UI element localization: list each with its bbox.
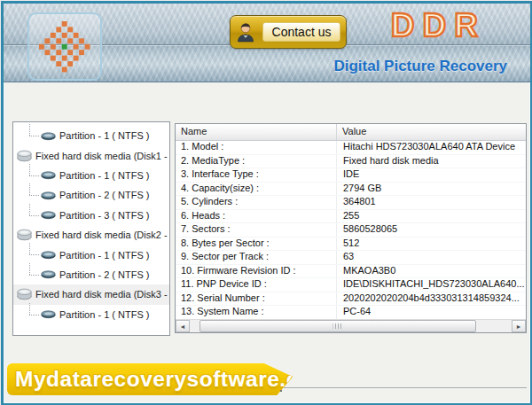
tree-item-label: Partition - 3 ( NTFS )	[59, 210, 149, 221]
tree-item-label: Fixed hard disk media (Disk3 - 2794 GB)	[35, 289, 170, 300]
tree-item-label: Fixed hard disk media (Disk1 - 1863 GB)	[35, 151, 170, 161]
property-value-cell: Hitachi HDS723030ALA640 ATA Device	[337, 141, 526, 154]
status-bar-divider	[284, 387, 527, 388]
header-banner: Contact us DDR Digital Picture Recovery	[4, 4, 530, 82]
tree-item-partition[interactable]: Partition - 3 ( NTFS )	[13, 206, 169, 225]
resize-grip-dot	[280, 390, 282, 392]
table-row[interactable]: 5. Cylinders :364801	[176, 196, 526, 210]
hard-disk-icon	[17, 288, 32, 300]
tree-connector	[29, 185, 41, 205]
tree-connector	[29, 206, 41, 225]
tree-connector	[29, 305, 41, 324]
property-value-cell: MKAOA3B0	[337, 265, 526, 278]
property-name-cell: 6. Heads :	[176, 210, 337, 223]
property-name-cell: 3. Interface Type :	[176, 168, 337, 182]
property-value-cell: IDE\DISKHITACHI_HDS723030ALA640...	[337, 278, 526, 292]
tree-item-disk[interactable]: Fixed hard disk media (Disk3 - 2794 GB)	[13, 284, 169, 304]
property-value-cell: Fixed hard disk media	[337, 155, 526, 168]
property-name-cell: 11. PNP Device ID :	[176, 278, 337, 292]
property-value-cell: 63	[337, 251, 526, 264]
tree-item-label: Partition - 1 ( NTFS )	[59, 130, 149, 141]
property-value-cell: 512	[337, 238, 526, 251]
table-row[interactable]: 7. Sectors :5860528065	[176, 223, 526, 238]
table-row[interactable]: 12. Serial Number :2020202020204b4d33303…	[176, 292, 526, 307]
property-value-cell: 5860528065	[337, 223, 526, 237]
table-row[interactable]: 8. Bytes per Sector :512	[176, 238, 526, 252]
scroll-right-arrow-icon[interactable]: ►	[512, 320, 526, 332]
tree-connector	[29, 245, 41, 264]
checkered-diamond-logo-icon	[39, 21, 90, 73]
tree-item-label: Partition - 2 ( NTFS )	[59, 269, 149, 280]
tree-item-partition[interactable]: Partition - 1 ( NTFS )	[13, 245, 169, 264]
contact-us-button[interactable]: Contact us	[230, 15, 347, 49]
tree-item-disk[interactable]: Fixed hard disk media (Disk2 - 465 GB)	[13, 225, 169, 245]
table-row[interactable]: 11. PNP Device ID :IDE\DISKHITACHI_HDS72…	[176, 278, 526, 292]
properties-table: Name Value 1. Model :Hitachi HDS723030AL…	[175, 123, 527, 333]
partition-disk-icon	[41, 309, 56, 319]
property-value-cell: PC-64	[337, 306, 526, 319]
horizontal-scrollbar[interactable]: ◄ ►	[176, 319, 526, 332]
tree-item-partition[interactable]: Partition - 1 ( NTFS )	[13, 305, 169, 324]
hard-disk-icon	[17, 229, 32, 241]
tree-connector	[29, 126, 41, 145]
property-name-cell: 4. Capacity(size) :	[176, 183, 337, 196]
contact-us-label: Contact us	[262, 22, 340, 42]
property-name-cell: 2. MediaType :	[176, 155, 337, 168]
partition-disk-icon	[41, 170, 56, 180]
tree-connector	[29, 265, 41, 284]
table-header-row: Name Value	[176, 124, 526, 141]
table-row[interactable]: 6. Heads :255	[176, 210, 526, 224]
website-ribbon[interactable]: Mydatarecoverysoftware.com	[7, 363, 293, 395]
tree-item-label: Fixed hard disk media (Disk2 - 465 GB)	[35, 230, 170, 240]
scrollbar-track[interactable]	[190, 320, 512, 332]
property-name-cell: 8. Bytes per Sector :	[176, 238, 337, 251]
property-value-cell: 2020202020204b4d333031314859324...	[337, 292, 526, 306]
property-name-cell: 13. System Name :	[176, 306, 337, 319]
tree-item-label: Partition - 1 ( NTFS )	[59, 309, 149, 320]
table-row[interactable]: 13. System Name :PC-64	[176, 306, 526, 319]
partition-disk-icon	[41, 269, 56, 279]
property-value-cell: 2794 GB	[337, 183, 526, 196]
property-name-cell: 1. Model :	[176, 141, 337, 154]
tree-item-label: Partition - 1 ( NTFS )	[59, 250, 149, 261]
property-name-cell: 5. Cylinders :	[176, 196, 337, 209]
tree-item-partition[interactable]: Partition - 2 ( NTFS )	[13, 265, 169, 284]
table-row[interactable]: 9. Sector per Track :63	[176, 251, 526, 265]
table-row[interactable]: 4. Capacity(size) :2794 GB	[176, 183, 526, 197]
table-row[interactable]: 2. MediaType :Fixed hard disk media	[176, 155, 526, 169]
partition-disk-icon	[41, 210, 56, 220]
window-frame: Contact us DDR Digital Picture Recovery …	[1, 1, 532, 405]
column-header-value[interactable]: Value	[337, 124, 526, 140]
property-value-cell: 255	[337, 210, 526, 223]
property-name-cell: 12. Serial Number :	[176, 292, 337, 306]
partition-disk-icon	[41, 250, 56, 260]
device-tree: Partition - 1 ( NTFS )Fixed hard disk me…	[12, 121, 170, 336]
scrollbar-thumb[interactable]	[200, 320, 476, 332]
table-row[interactable]: 10. Firmware Revision ID :MKAOA3B0	[176, 265, 526, 279]
property-name-cell: 10. Firmware Revision ID :	[176, 265, 337, 278]
app-logo	[27, 12, 102, 81]
tree-item-label: Partition - 1 ( NTFS )	[59, 170, 149, 181]
tree-item-partition[interactable]: Partition - 1 ( NTFS )	[13, 166, 169, 185]
table-body: 1. Model :Hitachi HDS723030ALA640 ATA De…	[176, 141, 526, 319]
partition-disk-icon	[41, 191, 56, 200]
tree-item-partition[interactable]: Partition - 1 ( NTFS )	[13, 126, 169, 145]
column-header-name[interactable]: Name	[176, 124, 337, 140]
table-row[interactable]: 1. Model :Hitachi HDS723030ALA640 ATA De…	[176, 141, 526, 155]
tree-connector	[29, 166, 41, 185]
tree-item-disk[interactable]: Fixed hard disk media (Disk1 - 1863 GB)	[13, 145, 169, 165]
hard-disk-icon	[17, 150, 32, 162]
product-title: Digital Picture Recovery	[333, 58, 507, 75]
partition-disk-icon	[41, 131, 56, 141]
property-value-cell: IDE	[337, 168, 526, 182]
tree-item-partition[interactable]: Partition - 2 ( NTFS )	[13, 185, 169, 205]
property-value-cell: 364801	[337, 196, 526, 209]
tree-item-label: Partition - 2 ( NTFS )	[59, 190, 149, 200]
table-row[interactable]: 3. Interface Type :IDE	[176, 168, 526, 183]
brand-logo-text: DDR	[391, 7, 486, 44]
person-avatar-icon	[236, 21, 255, 43]
property-name-cell: 9. Sector per Track :	[176, 251, 337, 264]
scroll-left-arrow-icon[interactable]: ◄	[176, 320, 190, 332]
application-window: Contact us DDR Digital Picture Recovery …	[0, 0, 532, 405]
property-name-cell: 7. Sectors :	[176, 223, 337, 237]
